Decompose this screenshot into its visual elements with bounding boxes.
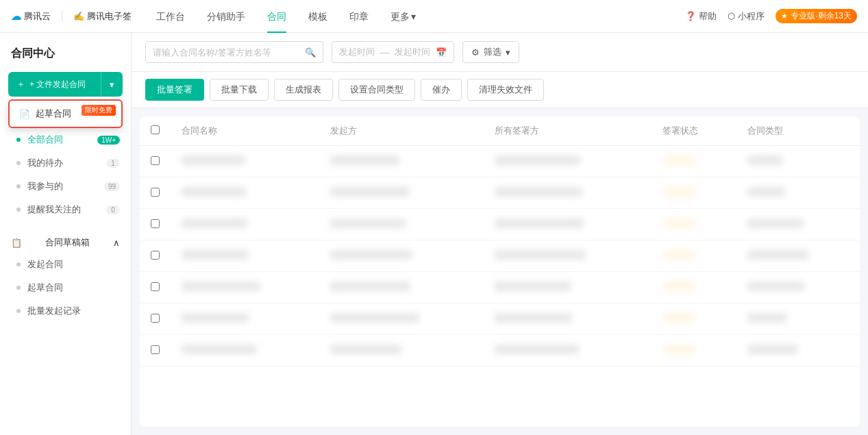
draft-contract-sidebar-item[interactable]: 起草合同: [0, 276, 131, 299]
remind-button[interactable]: 催办: [421, 79, 462, 101]
all-contracts-label: 全部合同: [27, 134, 63, 146]
type-cell: [736, 146, 860, 177]
sender-cell: [319, 240, 484, 272]
signers-cell: [484, 303, 652, 335]
help-btn[interactable]: ❓ 帮助: [685, 10, 717, 23]
main-content: 🔍 发起时间 — 发起时间 📅 ⚙ 筛选 ▾ 批量签署 批量下载 生成报表 设置…: [132, 33, 868, 435]
participated-label: 我参与的: [27, 180, 63, 192]
row-checkbox-cell: [140, 272, 171, 303]
status-cell: [652, 209, 736, 240]
select-all-checkbox[interactable]: [151, 125, 160, 134]
all-contracts-item[interactable]: 全部合同 1W+: [0, 128, 131, 151]
nav-contract[interactable]: 合同: [259, 0, 295, 33]
table-row[interactable]: [140, 335, 860, 366]
header-checkbox-col: [140, 116, 171, 146]
status-cell: [652, 146, 736, 177]
batch-launch-item[interactable]: 批量发起记录: [0, 299, 131, 323]
esign-icon: ✍: [73, 11, 84, 21]
contract-table-wrap: 合同名称 发起方 所有签署方 签署状态 合同类型: [140, 116, 860, 427]
nav-more-label: 更多: [390, 0, 410, 33]
nav-distribution[interactable]: 分销助手: [199, 0, 253, 33]
remind-dot: [16, 208, 21, 212]
draft-contract-sidebar-label: 起草合同: [27, 282, 63, 294]
table-row[interactable]: [140, 303, 860, 335]
type-cell: [736, 335, 860, 366]
dropdown-arrow[interactable]: ▾: [101, 72, 123, 97]
remind-item[interactable]: 提醒我关注的 0: [0, 198, 131, 221]
draft-contract-item[interactable]: 📄 起草合同 限时免费: [10, 101, 121, 127]
participated-item[interactable]: 我参与的 99: [0, 175, 131, 198]
filter-arrow-icon: ▾: [506, 47, 510, 58]
status-cell: [652, 177, 736, 209]
table-body: [140, 146, 860, 366]
launch-contract-label: 发起合同: [27, 258, 63, 271]
status-cell: [652, 240, 736, 272]
draft-contract-label: 起草合同: [36, 108, 71, 120]
signers-cell: [484, 272, 652, 303]
filter-label: 筛选: [484, 46, 501, 58]
filter-button[interactable]: ⚙ 筛选 ▾: [462, 41, 519, 63]
top-nav-right: ❓ 帮助 ⬡ 小程序 ★ 专业版·剩余13天: [685, 9, 857, 23]
table-row[interactable]: [140, 177, 860, 209]
signers-cell: [484, 177, 652, 209]
draft-box-header[interactable]: 📋 合同草稿箱 ∧: [0, 232, 131, 253]
batch-launch-label: 批量发起记录: [27, 305, 81, 317]
tencent-cloud-logo[interactable]: ☁ 腾讯云: [11, 10, 51, 23]
row-checkbox[interactable]: [151, 314, 160, 323]
table-row[interactable]: [140, 146, 860, 177]
date-separator: —: [380, 47, 389, 58]
row-checkbox[interactable]: [151, 345, 160, 354]
status-cell: [652, 335, 736, 366]
contract-name-cell: [171, 272, 319, 303]
date-start-placeholder: 发起时间: [339, 46, 375, 58]
brand-area: ☁ 腾讯云 ✍ 腾讯电子签: [11, 10, 132, 23]
row-checkbox[interactable]: [151, 251, 160, 260]
mini-program-label: 小程序: [738, 10, 765, 23]
row-checkbox[interactable]: [151, 188, 160, 197]
row-checkbox[interactable]: [151, 156, 160, 165]
launch-contract-item[interactable]: 发起合同: [0, 253, 131, 276]
signers-cell: [484, 335, 652, 366]
file-launch-button[interactable]: ＋ + 文件发起合同 ▾: [8, 72, 123, 97]
nav-more[interactable]: 更多 ▾: [382, 0, 424, 33]
signers-cell: [484, 240, 652, 272]
draft-box-icon: 📋: [11, 238, 22, 248]
col-status: 签署状态: [652, 116, 736, 146]
clear-invalid-button[interactable]: 清理失效文件: [467, 79, 544, 101]
sender-cell: [319, 177, 484, 209]
participated-badge: 99: [104, 182, 120, 191]
row-checkbox[interactable]: [151, 219, 160, 228]
table-row[interactable]: [140, 272, 860, 303]
esign-logo[interactable]: ✍ 腾讯电子签: [73, 10, 132, 23]
nav-seal[interactable]: 印章: [341, 0, 377, 33]
batch-download-button[interactable]: 批量下载: [210, 79, 269, 101]
search-input-wrap[interactable]: 🔍: [145, 41, 323, 63]
contract-name-cell: [171, 177, 319, 209]
generate-report-button[interactable]: 生成报表: [274, 79, 333, 101]
nav-worktable[interactable]: 工作台: [148, 0, 193, 33]
draft-box-collapse-icon: ∧: [113, 238, 120, 248]
mini-program-btn[interactable]: ⬡ 小程序: [728, 10, 765, 23]
date-range-picker[interactable]: 发起时间 — 发起时间 📅: [332, 41, 454, 63]
table-row[interactable]: [140, 209, 860, 240]
file-launch-btn-wrap: ＋ + 文件发起合同 ▾ 📄 起草合同 限时免费: [0, 72, 131, 102]
nav-template[interactable]: 模板: [300, 0, 336, 33]
search-bar: 🔍 发起时间 — 发起时间 📅 ⚙ 筛选 ▾: [132, 33, 868, 72]
cloud-icon: ☁: [11, 10, 21, 23]
sender-cell: [319, 272, 484, 303]
date-end-placeholder: 发起时间: [395, 46, 430, 58]
batch-sign-button[interactable]: 批量签署: [145, 79, 204, 101]
sender-cell: [319, 303, 484, 335]
draft-box-label: 合同草稿箱: [45, 236, 90, 249]
table-row[interactable]: [140, 240, 860, 272]
my-pending-item[interactable]: 我的待办 1: [0, 151, 131, 175]
star-icon: ★: [781, 12, 788, 21]
row-checkbox-cell: [140, 335, 171, 366]
type-cell: [736, 303, 860, 335]
question-icon: ❓: [685, 11, 696, 21]
pro-badge[interactable]: ★ 专业版·剩余13天: [776, 9, 857, 23]
search-input[interactable]: [153, 47, 305, 58]
esign-text: 腾讯电子签: [87, 10, 132, 23]
row-checkbox[interactable]: [151, 282, 160, 291]
set-type-button[interactable]: 设置合同类型: [338, 79, 415, 101]
